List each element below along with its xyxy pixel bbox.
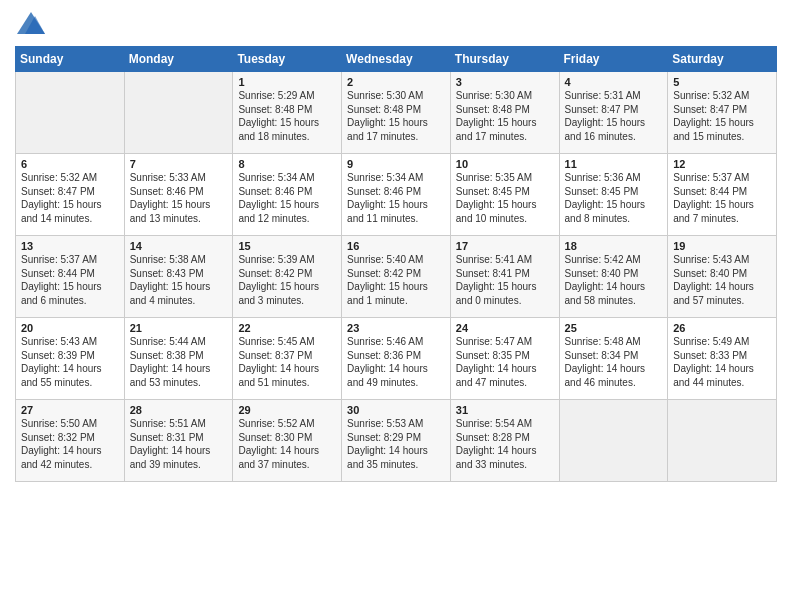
day-number: 11 <box>565 158 663 170</box>
day-info: Sunrise: 5:32 AMSunset: 8:47 PMDaylight:… <box>673 89 771 143</box>
calendar-week-row: 27 Sunrise: 5:50 AMSunset: 8:32 PMDaylig… <box>16 400 777 482</box>
weekday-header-wednesday: Wednesday <box>342 47 451 72</box>
calendar-table: SundayMondayTuesdayWednesdayThursdayFrid… <box>15 46 777 482</box>
day-number: 13 <box>21 240 119 252</box>
day-info: Sunrise: 5:40 AMSunset: 8:42 PMDaylight:… <box>347 253 445 307</box>
calendar-cell: 21 Sunrise: 5:44 AMSunset: 8:38 PMDaylig… <box>124 318 233 400</box>
calendar-week-row: 13 Sunrise: 5:37 AMSunset: 8:44 PMDaylig… <box>16 236 777 318</box>
day-info: Sunrise: 5:43 AMSunset: 8:40 PMDaylight:… <box>673 253 771 307</box>
day-info: Sunrise: 5:37 AMSunset: 8:44 PMDaylight:… <box>673 171 771 225</box>
calendar-cell: 19 Sunrise: 5:43 AMSunset: 8:40 PMDaylig… <box>668 236 777 318</box>
day-number: 27 <box>21 404 119 416</box>
calendar-cell: 3 Sunrise: 5:30 AMSunset: 8:48 PMDayligh… <box>450 72 559 154</box>
calendar-cell: 2 Sunrise: 5:30 AMSunset: 8:48 PMDayligh… <box>342 72 451 154</box>
day-number: 19 <box>673 240 771 252</box>
day-number: 14 <box>130 240 228 252</box>
day-number: 22 <box>238 322 336 334</box>
day-number: 4 <box>565 76 663 88</box>
day-number: 26 <box>673 322 771 334</box>
calendar-week-row: 20 Sunrise: 5:43 AMSunset: 8:39 PMDaylig… <box>16 318 777 400</box>
day-info: Sunrise: 5:30 AMSunset: 8:48 PMDaylight:… <box>347 89 445 143</box>
weekday-header-sunday: Sunday <box>16 47 125 72</box>
day-info: Sunrise: 5:46 AMSunset: 8:36 PMDaylight:… <box>347 335 445 389</box>
calendar-cell: 9 Sunrise: 5:34 AMSunset: 8:46 PMDayligh… <box>342 154 451 236</box>
day-info: Sunrise: 5:47 AMSunset: 8:35 PMDaylight:… <box>456 335 554 389</box>
day-info: Sunrise: 5:36 AMSunset: 8:45 PMDaylight:… <box>565 171 663 225</box>
day-number: 6 <box>21 158 119 170</box>
calendar-cell: 30 Sunrise: 5:53 AMSunset: 8:29 PMDaylig… <box>342 400 451 482</box>
calendar-week-row: 6 Sunrise: 5:32 AMSunset: 8:47 PMDayligh… <box>16 154 777 236</box>
day-number: 24 <box>456 322 554 334</box>
weekday-header-tuesday: Tuesday <box>233 47 342 72</box>
day-info: Sunrise: 5:30 AMSunset: 8:48 PMDaylight:… <box>456 89 554 143</box>
calendar-cell: 16 Sunrise: 5:40 AMSunset: 8:42 PMDaylig… <box>342 236 451 318</box>
calendar-cell: 7 Sunrise: 5:33 AMSunset: 8:46 PMDayligh… <box>124 154 233 236</box>
day-number: 25 <box>565 322 663 334</box>
calendar-cell <box>124 72 233 154</box>
calendar-cell: 18 Sunrise: 5:42 AMSunset: 8:40 PMDaylig… <box>559 236 668 318</box>
day-number: 12 <box>673 158 771 170</box>
day-info: Sunrise: 5:34 AMSunset: 8:46 PMDaylight:… <box>347 171 445 225</box>
calendar-cell: 26 Sunrise: 5:49 AMSunset: 8:33 PMDaylig… <box>668 318 777 400</box>
calendar-cell: 1 Sunrise: 5:29 AMSunset: 8:48 PMDayligh… <box>233 72 342 154</box>
calendar-cell: 4 Sunrise: 5:31 AMSunset: 8:47 PMDayligh… <box>559 72 668 154</box>
day-info: Sunrise: 5:54 AMSunset: 8:28 PMDaylight:… <box>456 417 554 471</box>
day-number: 23 <box>347 322 445 334</box>
day-info: Sunrise: 5:34 AMSunset: 8:46 PMDaylight:… <box>238 171 336 225</box>
weekday-header-friday: Friday <box>559 47 668 72</box>
calendar-cell: 8 Sunrise: 5:34 AMSunset: 8:46 PMDayligh… <box>233 154 342 236</box>
calendar-cell: 31 Sunrise: 5:54 AMSunset: 8:28 PMDaylig… <box>450 400 559 482</box>
day-number: 9 <box>347 158 445 170</box>
calendar-cell: 28 Sunrise: 5:51 AMSunset: 8:31 PMDaylig… <box>124 400 233 482</box>
calendar-cell: 27 Sunrise: 5:50 AMSunset: 8:32 PMDaylig… <box>16 400 125 482</box>
calendar-cell: 29 Sunrise: 5:52 AMSunset: 8:30 PMDaylig… <box>233 400 342 482</box>
day-number: 30 <box>347 404 445 416</box>
logo <box>15 10 51 38</box>
day-number: 16 <box>347 240 445 252</box>
calendar-cell: 10 Sunrise: 5:35 AMSunset: 8:45 PMDaylig… <box>450 154 559 236</box>
day-number: 10 <box>456 158 554 170</box>
day-info: Sunrise: 5:38 AMSunset: 8:43 PMDaylight:… <box>130 253 228 307</box>
calendar-cell: 20 Sunrise: 5:43 AMSunset: 8:39 PMDaylig… <box>16 318 125 400</box>
day-info: Sunrise: 5:42 AMSunset: 8:40 PMDaylight:… <box>565 253 663 307</box>
day-number: 5 <box>673 76 771 88</box>
day-info: Sunrise: 5:48 AMSunset: 8:34 PMDaylight:… <box>565 335 663 389</box>
logo-icon <box>15 10 47 38</box>
day-info: Sunrise: 5:51 AMSunset: 8:31 PMDaylight:… <box>130 417 228 471</box>
day-number: 31 <box>456 404 554 416</box>
calendar-cell: 6 Sunrise: 5:32 AMSunset: 8:47 PMDayligh… <box>16 154 125 236</box>
calendar-cell: 13 Sunrise: 5:37 AMSunset: 8:44 PMDaylig… <box>16 236 125 318</box>
day-info: Sunrise: 5:53 AMSunset: 8:29 PMDaylight:… <box>347 417 445 471</box>
day-info: Sunrise: 5:52 AMSunset: 8:30 PMDaylight:… <box>238 417 336 471</box>
day-number: 1 <box>238 76 336 88</box>
calendar-cell: 22 Sunrise: 5:45 AMSunset: 8:37 PMDaylig… <box>233 318 342 400</box>
weekday-header-thursday: Thursday <box>450 47 559 72</box>
calendar-cell: 14 Sunrise: 5:38 AMSunset: 8:43 PMDaylig… <box>124 236 233 318</box>
day-info: Sunrise: 5:44 AMSunset: 8:38 PMDaylight:… <box>130 335 228 389</box>
calendar-cell: 23 Sunrise: 5:46 AMSunset: 8:36 PMDaylig… <box>342 318 451 400</box>
calendar-cell: 15 Sunrise: 5:39 AMSunset: 8:42 PMDaylig… <box>233 236 342 318</box>
weekday-header-saturday: Saturday <box>668 47 777 72</box>
day-number: 2 <box>347 76 445 88</box>
day-number: 21 <box>130 322 228 334</box>
day-info: Sunrise: 5:37 AMSunset: 8:44 PMDaylight:… <box>21 253 119 307</box>
calendar-cell <box>559 400 668 482</box>
day-number: 17 <box>456 240 554 252</box>
day-number: 15 <box>238 240 336 252</box>
day-number: 7 <box>130 158 228 170</box>
day-info: Sunrise: 5:31 AMSunset: 8:47 PMDaylight:… <box>565 89 663 143</box>
day-number: 3 <box>456 76 554 88</box>
day-info: Sunrise: 5:32 AMSunset: 8:47 PMDaylight:… <box>21 171 119 225</box>
weekday-header-row: SundayMondayTuesdayWednesdayThursdayFrid… <box>16 47 777 72</box>
calendar-cell: 17 Sunrise: 5:41 AMSunset: 8:41 PMDaylig… <box>450 236 559 318</box>
calendar-week-row: 1 Sunrise: 5:29 AMSunset: 8:48 PMDayligh… <box>16 72 777 154</box>
day-info: Sunrise: 5:50 AMSunset: 8:32 PMDaylight:… <box>21 417 119 471</box>
calendar-cell <box>16 72 125 154</box>
day-info: Sunrise: 5:41 AMSunset: 8:41 PMDaylight:… <box>456 253 554 307</box>
calendar-cell: 24 Sunrise: 5:47 AMSunset: 8:35 PMDaylig… <box>450 318 559 400</box>
day-number: 20 <box>21 322 119 334</box>
day-number: 29 <box>238 404 336 416</box>
day-info: Sunrise: 5:33 AMSunset: 8:46 PMDaylight:… <box>130 171 228 225</box>
calendar-cell: 25 Sunrise: 5:48 AMSunset: 8:34 PMDaylig… <box>559 318 668 400</box>
day-info: Sunrise: 5:49 AMSunset: 8:33 PMDaylight:… <box>673 335 771 389</box>
